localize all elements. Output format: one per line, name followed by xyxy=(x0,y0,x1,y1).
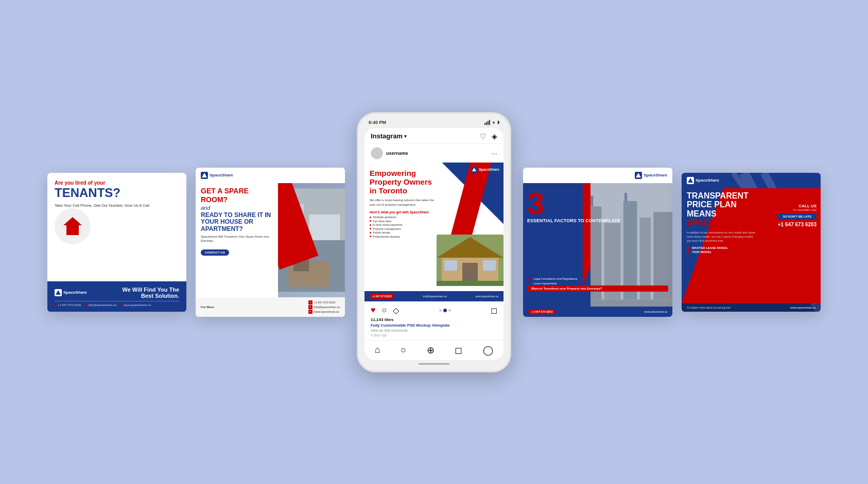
email-icon: ✉ xyxy=(308,305,313,309)
bookmark-icon[interactable]: ◻ xyxy=(491,306,497,315)
logo-icon xyxy=(201,172,208,179)
card4-footer-right: www.spaceshare.ca xyxy=(645,310,667,313)
card5-explore-text: To explore more about our pricing visit xyxy=(687,306,731,309)
card4-number: 3 xyxy=(527,188,544,219)
post-logo: SpaceShare xyxy=(471,167,499,173)
bullet-diamond-2 xyxy=(686,250,690,254)
post-footer-website: www.spaceshare.ca xyxy=(476,295,498,298)
web-dot xyxy=(120,304,123,306)
card2-header: SpaceShare xyxy=(196,168,345,183)
logo-text: SpaceShare xyxy=(696,178,719,183)
card2-content: GET A SPARE ROOM? and READY TO SHARE IT … xyxy=(196,183,278,297)
card1-email: info@spaceshare.ca xyxy=(85,303,116,307)
house-body xyxy=(66,225,79,235)
card4-phone-badge: +1 647 673 6203 xyxy=(528,309,555,314)
home-nav-icon[interactable]: ⌂ xyxy=(375,345,380,356)
logo-icon xyxy=(635,172,642,179)
card4-website: www.spaceshare.ca xyxy=(645,310,667,313)
heart-icon[interactable]: ♡ xyxy=(480,132,487,140)
post-feature-1: Strategic guidance xyxy=(370,216,436,219)
card1-headline: TENANTS? xyxy=(55,187,179,199)
post-subtext: We offer a smart leasing solution that t… xyxy=(370,198,436,207)
instagram-time-ago: 4 days ago xyxy=(364,333,504,340)
card1-phone: +1 647 673 6203 xyxy=(55,303,81,307)
bullet-2 xyxy=(370,220,371,222)
more-options-icon[interactable]: ··· xyxy=(491,149,497,157)
card5-logo: SpaceShare xyxy=(687,177,719,184)
card-spare-room: SpaceShare GET A SPARE ROOM? and READY T… xyxy=(196,168,345,317)
email-dot xyxy=(85,304,87,306)
instagram-screen: Instagram ▾ ♡ ◈ username ··· xyxy=(364,128,504,360)
svg-rect-19 xyxy=(591,195,593,206)
svg-rect-12 xyxy=(437,281,504,286)
phone-mockup: 6:40 PM ▲ ▮ Instagram xyxy=(357,112,511,372)
card5-item-2: 70/30 MODEL xyxy=(687,250,815,254)
post-house-render xyxy=(437,235,504,286)
instagram-caption: Fully Customisable PSD Mockup #template xyxy=(364,323,504,329)
instagram-nav: ⌂ ○ ⊕ ◻ ◯ xyxy=(364,340,504,360)
dot-2 xyxy=(443,309,447,312)
card2-and: and xyxy=(201,205,273,211)
call-us-label: CALL US xyxy=(778,204,817,208)
card1-tagline-bold: Best Solution. xyxy=(122,293,179,299)
instagram-likes: 11,143 likes xyxy=(364,317,504,323)
share-icon[interactable]: ◇ xyxy=(393,306,399,315)
card1-top: Are you tired of your TENANTS? Take Your… xyxy=(47,173,186,281)
logo-text: SpaceShare xyxy=(63,290,87,295)
house-icon xyxy=(63,217,82,236)
bullet-4 xyxy=(370,228,371,229)
comment-icon[interactable]: ○ xyxy=(382,306,387,315)
svg-rect-3 xyxy=(309,214,340,240)
post-headline: Empowering Property Owners in Toronto xyxy=(370,169,436,195)
card5-footer: To explore more about our pricing visit … xyxy=(682,303,821,312)
signal-icon xyxy=(484,120,490,125)
card4-footer-left: +1 647 673 6203 xyxy=(528,309,555,314)
card1-bottom: SpaceShare We Will Find You The Best Sol… xyxy=(47,281,186,312)
send-icon[interactable]: ◈ xyxy=(492,132,497,140)
card2-subheadline: READY TO SHARE IT IN YOUR HOUSE OR APART… xyxy=(201,212,273,232)
post-footer-phone: +1 647 673 6203 xyxy=(370,294,394,299)
card1-tagline-text: We Will Find You The xyxy=(122,286,179,293)
profile-nav-icon[interactable]: ◯ xyxy=(483,345,493,356)
card4-cta-button[interactable]: Want to Transform your Property into Ear… xyxy=(527,285,668,292)
shop-nav-icon[interactable]: ◻ xyxy=(455,345,462,356)
post-logo-triangle xyxy=(472,168,476,171)
instagram-logo: Instagram ▾ xyxy=(371,132,407,140)
bullet-1 xyxy=(370,217,371,218)
instagram-view-comments[interactable]: View all 328 comments xyxy=(364,329,504,333)
post-feature-2: Fair fixed rates xyxy=(370,220,436,223)
card2-footer-contacts: ✆ +1 647 673 6203 ✉ info@spaceshare.ca ⊕… xyxy=(308,300,340,314)
card5-call-us: CALL US for consultation date SO DON'T B… xyxy=(778,204,817,227)
spaceshare-logo: SpaceShare xyxy=(55,289,87,296)
dropdown-chevron-icon: ▾ xyxy=(404,134,407,139)
card2-desc: Spaceshare Will Transform Your Spare Roo… xyxy=(201,235,273,243)
card2-image xyxy=(278,183,345,297)
phone-mockup-wrapper: 6:40 PM ▲ ▮ Instagram xyxy=(354,112,514,372)
like-icon[interactable]: ♥ xyxy=(371,306,376,315)
battery-icon: ▮ xyxy=(497,120,499,124)
phone-home-indicator xyxy=(419,363,449,365)
card4-logo: SpaceShare xyxy=(635,172,667,179)
for-more-text: For More xyxy=(201,306,214,309)
card1-contact: +1 647 673 6203 info@spaceshare.ca www.s… xyxy=(55,301,179,307)
phone-status-icons: ▲ ▮ xyxy=(484,120,499,125)
instagram-actions: ♥ ○ ◇ ◻ xyxy=(364,301,504,317)
card4-item-1: Legal Compliance And Regulations xyxy=(527,277,578,280)
bullet-diamond-1 xyxy=(686,246,690,249)
card1-house-image xyxy=(55,208,91,244)
house-illustration xyxy=(437,235,504,286)
card2-headline2: ROOM? xyxy=(201,196,273,204)
search-nav-icon[interactable]: ○ xyxy=(401,345,406,356)
card4-item-2: Lease Agreements xyxy=(527,282,578,285)
add-nav-icon[interactable]: ⊕ xyxy=(427,345,435,356)
card5-item-text-2: 70/30 MODEL xyxy=(692,250,711,254)
post-feature-3: In-time rental payments xyxy=(370,223,436,226)
card5-items: MASTER LEASE MODEL 70/30 MODEL xyxy=(687,246,815,254)
so-dont-button[interactable]: SO DON'T BE LATE xyxy=(778,213,817,220)
card4-footer: +1 647 673 6203 www.spaceshare.ca xyxy=(523,307,672,317)
card4-body: 3 ESSENTIAL FACTORS TO CONTEMPLATE Legal… xyxy=(523,183,672,307)
card2-contact-button[interactable]: CONTACT US xyxy=(201,249,229,256)
card2-footer: For More ✆ +1 647 673 6203 ✉ info@spaces… xyxy=(196,297,345,317)
post-feature-5: Airbnb rentals xyxy=(370,231,436,234)
post-feature-6: Professional cleaning xyxy=(370,235,436,238)
